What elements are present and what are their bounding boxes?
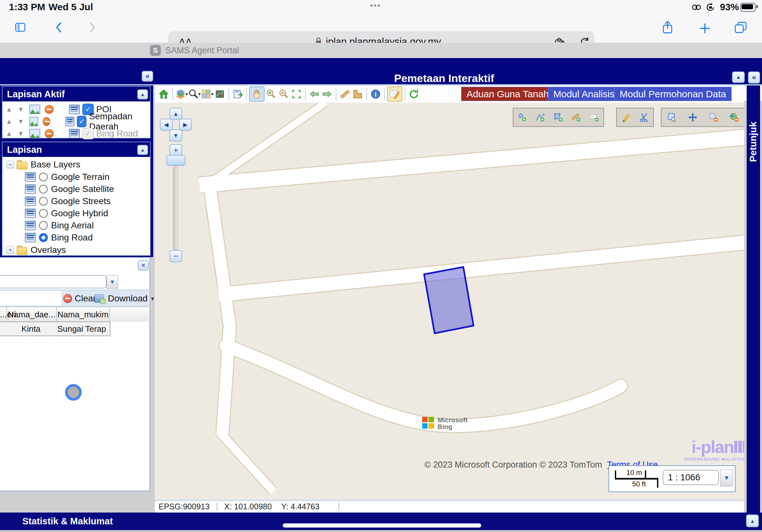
layer-preview-icon[interactable]: [29, 117, 38, 126]
zoom-in-button[interactable]: +: [170, 144, 182, 156]
move-layer-down-icon[interactable]: ▼: [18, 130, 24, 137]
forward-icon[interactable]: [87, 22, 98, 33]
remove-layer-icon[interactable]: [43, 117, 50, 126]
draw-line-icon[interactable]: [536, 112, 545, 122]
pan-tool-icon[interactable]: [249, 87, 265, 102]
modul-permohonan-data-button[interactable]: Modul Permohonan Data: [614, 87, 732, 101]
zoom-slider-handle[interactable]: [166, 155, 186, 166]
full-extent-icon[interactable]: [290, 87, 303, 101]
move-layer-up-icon[interactable]: ▲: [6, 130, 12, 137]
pan-right-button[interactable]: ▶: [179, 119, 192, 131]
collapse-header-button[interactable]: ▲: [732, 71, 745, 83]
pan-up-button[interactable]: ▲: [170, 108, 182, 120]
petunjuk-label[interactable]: Petunjuk: [748, 92, 758, 162]
layers-menu-icon[interactable]: ▾: [175, 87, 188, 101]
aduan-guna-tanah-button[interactable]: Aduan Guna Tanah: [461, 87, 554, 101]
layer-preview-icon[interactable]: [29, 104, 40, 114]
zoom-in-tool-icon[interactable]: [265, 87, 277, 101]
move-layer-down-icon[interactable]: ▼: [18, 105, 24, 113]
new-tab-icon[interactable]: [699, 22, 711, 34]
layer-checkbox-bingroad[interactable]: ✓: [82, 128, 94, 139]
layer-preview-icon[interactable]: [29, 129, 40, 138]
pan-left-button[interactable]: ◀: [160, 119, 173, 131]
move-layer-up-icon[interactable]: ▲: [6, 118, 12, 125]
identify-info-icon[interactable]: i: [369, 87, 382, 101]
map-canvas[interactable]: ▲ ◀ ▶ ▼ + −: [155, 103, 744, 500]
zoom-menu-icon[interactable]: ▾: [188, 87, 201, 101]
edit-feature-pencil-icon[interactable]: [621, 112, 631, 122]
legend-icon[interactable]: [25, 221, 36, 230]
expand-statistik-button[interactable]: ▲: [746, 514, 759, 527]
radio-bing-road[interactable]: [39, 233, 48, 242]
radio-google-hybrid[interactable]: [39, 209, 48, 218]
column-mukim[interactable]: Nama_mukim: [57, 310, 109, 320]
next-extent-icon[interactable]: [321, 87, 334, 101]
modul-analisis-button[interactable]: Modul Analisis: [548, 87, 620, 101]
column-negeri[interactable]: ...eri: [0, 310, 6, 320]
move-feature-icon[interactable]: [688, 112, 698, 122]
layer-checkbox-sempadan[interactable]: ✓: [77, 116, 87, 127]
draw-point-icon[interactable]: [518, 112, 527, 122]
edit-map-tool-icon[interactable]: [387, 87, 402, 102]
legend-icon[interactable]: [69, 104, 80, 114]
pan-down-button[interactable]: ▼: [170, 129, 182, 142]
search-dropdown-button[interactable]: ▼: [107, 275, 118, 289]
clear-graphics-globe-icon[interactable]: [729, 112, 739, 122]
home-extent-icon[interactable]: [157, 87, 170, 101]
legend-icon[interactable]: [25, 172, 36, 182]
move-layer-up-icon[interactable]: ▲: [6, 105, 12, 113]
legend-icon[interactable]: [25, 209, 36, 218]
tabs-overview-icon[interactable]: [734, 21, 747, 34]
multitask-dots[interactable]: •••: [370, 1, 381, 11]
clear-map-icon[interactable]: [213, 87, 226, 101]
sidebar-toggle-icon[interactable]: [15, 22, 26, 33]
search-input[interactable]: [0, 275, 107, 288]
collapse-lapisan-button[interactable]: ▲: [137, 145, 148, 155]
scale-select[interactable]: 1 : 1066: [663, 470, 719, 485]
cut-feature-scissors-icon[interactable]: [640, 112, 649, 122]
expand-node-icon[interactable]: +: [6, 246, 14, 254]
remove-layer-icon[interactable]: [45, 105, 54, 114]
tab-sams[interactable]: S SAMS Agent Portal: [150, 43, 239, 58]
share-icon[interactable]: [661, 21, 674, 34]
remove-layer-icon[interactable]: [45, 129, 54, 138]
clear-button[interactable]: Clear: [63, 294, 96, 303]
radio-google-streets[interactable]: [39, 197, 48, 206]
table-row[interactable]: Kinta Sungai Terap: [0, 321, 111, 336]
basemap-gallery-icon[interactable]: ▾: [201, 87, 213, 101]
column-daerah[interactable]: Nama_dae...: [7, 310, 56, 320]
legend-icon[interactable]: [65, 117, 74, 126]
legend-icon[interactable]: [25, 184, 36, 194]
scale-select-chevron[interactable]: ▼: [720, 469, 733, 486]
close-results-panel-button[interactable]: ✕: [138, 260, 149, 270]
back-icon[interactable]: [54, 22, 64, 33]
home-indicator[interactable]: [283, 523, 481, 528]
collapse-petunjuk-button[interactable]: «: [748, 71, 760, 84]
draw-label-icon[interactable]: [590, 112, 599, 122]
collapse-lapisan-aktif-button[interactable]: ▲: [137, 89, 148, 100]
legend-icon[interactable]: [69, 129, 80, 138]
collapse-left-panel-button[interactable]: «: [142, 71, 153, 82]
legend-icon[interactable]: [25, 196, 36, 206]
radio-bing-aerial[interactable]: [39, 221, 48, 230]
move-layer-down-icon[interactable]: ▼: [18, 118, 24, 125]
zoom-slider-track[interactable]: [173, 166, 178, 250]
measure-area-icon[interactable]: [351, 87, 364, 101]
select-feature-icon[interactable]: [667, 112, 677, 122]
measure-distance-icon[interactable]: [339, 87, 351, 101]
save-session-icon[interactable]: [231, 87, 244, 101]
legend-icon[interactable]: [25, 233, 36, 242]
zoom-out-button[interactable]: −: [170, 250, 182, 262]
radio-google-terrain[interactable]: [39, 172, 48, 181]
download-button[interactable]: Download ▼: [95, 294, 155, 303]
tree-node-base-layers[interactable]: − Base Layers: [3, 158, 150, 171]
tree-node-overlays[interactable]: + Overlays: [3, 244, 150, 256]
previous-extent-icon[interactable]: [308, 87, 321, 101]
draw-polygon-icon[interactable]: [554, 112, 563, 122]
collapse-node-icon[interactable]: −: [6, 161, 14, 168]
zoom-out-tool-icon[interactable]: [277, 87, 290, 101]
draw-measure-icon[interactable]: [572, 112, 581, 122]
delete-feature-icon[interactable]: [709, 112, 718, 122]
refresh-map-icon[interactable]: [408, 87, 420, 101]
radio-google-satellite[interactable]: [39, 185, 48, 194]
